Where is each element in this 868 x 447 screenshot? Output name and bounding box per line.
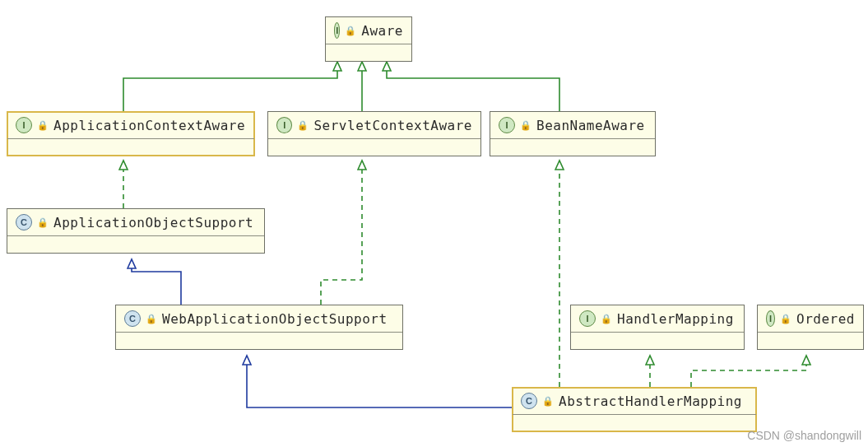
node-label: WebApplicationObjectSupport: [162, 311, 388, 327]
node-label: ApplicationObjectSupport: [53, 215, 253, 230]
interface-icon: I: [276, 117, 292, 133]
node-label: BeanNameAware: [536, 118, 645, 133]
node-web-application-object-support[interactable]: C 🔒 WebApplicationObjectSupport: [115, 305, 403, 350]
node-bean-name-aware[interactable]: I 🔒 BeanNameAware: [490, 111, 656, 156]
edge-appctxaware-aware: [123, 62, 337, 111]
lock-icon: 🔒: [542, 396, 554, 407]
interface-icon: I: [334, 22, 340, 39]
lock-icon: 🔒: [37, 120, 49, 131]
node-ordered[interactable]: I 🔒 Ordered: [757, 305, 864, 350]
node-application-context-aware[interactable]: I 🔒 ApplicationContextAware: [7, 111, 255, 156]
node-application-object-support[interactable]: C 🔒 ApplicationObjectSupport: [7, 208, 265, 254]
lock-icon: 🔒: [601, 314, 612, 324]
edge-webappobjsupport-appobjsupport: [132, 259, 181, 305]
interface-icon: I: [16, 117, 32, 133]
lock-icon: 🔒: [297, 120, 309, 131]
node-handler-mapping[interactable]: I 🔒 HandlerMapping: [570, 305, 745, 350]
lock-icon: 🔒: [345, 26, 356, 36]
lock-icon: 🔒: [146, 314, 157, 324]
node-servlet-context-aware[interactable]: I 🔒 ServletContextAware: [267, 111, 481, 156]
edge-abstracthm-ordered: [691, 356, 806, 387]
node-label: HandlerMapping: [617, 311, 734, 327]
edge-abstracthm-webappobjsupport: [247, 356, 518, 407]
class-icon: C: [124, 310, 141, 327]
class-icon: C: [16, 214, 32, 230]
interface-icon: I: [579, 310, 596, 327]
node-label: Ordered: [796, 311, 855, 327]
node-abstract-handler-mapping[interactable]: C 🔒 AbstractHandlerMapping: [512, 387, 757, 432]
class-icon: C: [521, 393, 537, 409]
diagram-canvas: I 🔒 Aware I 🔒 ApplicationContextAware I …: [0, 0, 868, 447]
watermark: CSDN @shandongwill: [747, 429, 861, 442]
node-label: ApplicationContextAware: [53, 118, 245, 133]
lock-icon: 🔒: [780, 314, 791, 324]
interface-icon: I: [499, 117, 515, 133]
node-label: AbstractHandlerMapping: [559, 393, 742, 409]
node-label: Aware: [361, 23, 403, 39]
edge-beannameaware-aware: [387, 62, 559, 111]
lock-icon: 🔒: [520, 120, 531, 131]
node-aware[interactable]: I 🔒 Aware: [325, 16, 412, 62]
interface-icon: I: [766, 310, 775, 327]
lock-icon: 🔒: [37, 217, 49, 228]
node-label: ServletContextAware: [313, 118, 472, 133]
edge-webappobjsupport-servletctxaware: [321, 161, 362, 305]
